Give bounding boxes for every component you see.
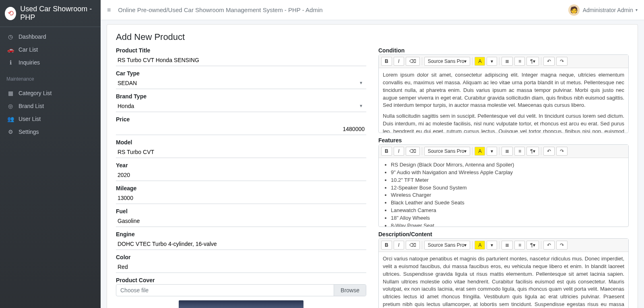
left-column: Product Title Car Type Brand Type	[116, 47, 366, 308]
condition-textarea[interactable]: Lorem ipsum dolor sit amet, consectetur …	[379, 68, 628, 133]
engine-input[interactable]	[116, 238, 366, 250]
highlight-button[interactable]: A	[475, 241, 485, 250]
redo-button[interactable]: ↷	[556, 241, 568, 250]
sidebar-item-car-list[interactable]: 🚗Car List	[0, 43, 101, 56]
font-family-select[interactable]: Source Sans Pro▾	[424, 147, 471, 156]
file-placeholder: Choose file	[116, 285, 334, 296]
clear-format-button[interactable]: ⌫	[406, 147, 420, 156]
sidebar-item-label: Dashboard	[19, 33, 46, 40]
cover-preview	[116, 300, 366, 308]
engine-label: Engine	[116, 231, 366, 237]
model-input[interactable]	[116, 146, 366, 158]
bold-button[interactable]: B	[381, 57, 392, 66]
ul-button[interactable]: ≣	[502, 241, 513, 250]
sidebar-item-label: Inquiries	[19, 59, 40, 66]
highlight-picker-button[interactable]: ▾	[487, 241, 497, 250]
user-name: Administrator Admin	[583, 7, 633, 13]
sidebar-header-maintenance: Maintenance	[0, 72, 101, 83]
sidebar-item-category-list[interactable]: ▦Category List	[0, 87, 101, 100]
font-family-select[interactable]: Source Sans Pro▾	[424, 241, 471, 250]
model-label: Model	[116, 139, 366, 146]
paragraph-button[interactable]: ¶▾	[526, 57, 539, 66]
brand-type-label: Brand Type	[116, 93, 366, 100]
italic-button[interactable]: I	[394, 241, 404, 250]
feature-item: 12-Speaker Bose Sound System	[391, 184, 624, 192]
list-icon: ▦	[6, 90, 14, 96]
sidebar-nav-maintenance: ▦Category List ◎Brand List 👥User List ⚙S…	[0, 83, 101, 142]
feature-item: Wireless Charger	[391, 191, 624, 199]
sidebar-item-inquiries[interactable]: ℹInquiries	[0, 56, 101, 69]
mileage-label: Mileage	[116, 185, 366, 191]
product-card: Add New Product Product Title Car Type	[107, 24, 638, 308]
car-type-select[interactable]	[116, 77, 366, 89]
page-title: Add New Product	[116, 32, 629, 42]
feature-item: 18" Alloy Wheels	[391, 214, 624, 222]
product-cover-file[interactable]: Choose file Browse	[116, 284, 366, 296]
bold-button[interactable]: B	[381, 241, 392, 250]
feature-item: 10.2" TFT Meter	[391, 177, 624, 184]
highlight-button[interactable]: A	[475, 147, 485, 156]
highlight-picker-button[interactable]: ▾	[487, 57, 497, 66]
highlight-picker-button[interactable]: ▾	[487, 147, 497, 156]
italic-button[interactable]: I	[394, 57, 404, 66]
editor-toolbar: B I ⌫ Source Sans Pro▾ A ▾ ≣	[379, 55, 628, 68]
info-icon: ℹ	[6, 59, 14, 66]
right-column: Condition B I ⌫ Source Sans Pro▾ A	[378, 47, 629, 308]
highlight-button[interactable]: A	[475, 57, 485, 66]
brand-text: Used Car Showroom - PHP	[20, 5, 96, 22]
feature-item: Black Leather and Suede Seats	[391, 199, 624, 207]
paragraph-button[interactable]: ¶▾	[526, 241, 539, 250]
ol-button[interactable]: ≡	[514, 147, 525, 156]
redo-button[interactable]: ↷	[556, 147, 568, 156]
bold-button[interactable]: B	[381, 147, 392, 156]
description-editor: B I ⌫ Source Sans Pro▾ A ▾ ≣	[378, 238, 629, 308]
dashboard-icon: ◷	[6, 33, 14, 40]
product-title-input[interactable]	[116, 54, 366, 66]
clear-format-button[interactable]: ⌫	[406, 241, 420, 250]
users-icon: 👥	[6, 116, 14, 122]
sidebar-item-label: Category List	[19, 90, 52, 96]
topbar-title: Online Pre-owned/Used Car Showroom Manag…	[118, 6, 322, 13]
menu-toggle-icon[interactable]: ≡	[107, 6, 111, 14]
price-input[interactable]	[116, 123, 366, 135]
sidebar-item-user-list[interactable]: 👥User List	[0, 112, 101, 125]
redo-button[interactable]: ↷	[556, 57, 568, 66]
topbar: ≡ Online Pre-owned/Used Car Showroom Man…	[101, 0, 644, 20]
sidebar-item-brand-list[interactable]: ◎Brand List	[0, 100, 101, 112]
description-label: Description/Content	[378, 231, 629, 237]
chevron-down-icon: ▾	[464, 242, 466, 248]
sidebar-nav: ◷Dashboard 🚗Car List ℹInquiries	[0, 27, 101, 72]
ol-button[interactable]: ≡	[514, 241, 525, 250]
feature-item: 9" Audio with Navigation and Wireless Ap…	[391, 169, 624, 177]
undo-button[interactable]: ↶	[543, 147, 555, 156]
condition-label: Condition	[378, 47, 629, 54]
brand-type-select[interactable]	[116, 100, 366, 112]
ul-button[interactable]: ≣	[502, 57, 513, 66]
undo-button[interactable]: ↶	[543, 57, 555, 66]
italic-button[interactable]: I	[394, 147, 404, 156]
clear-format-button[interactable]: ⌫	[406, 57, 420, 66]
chevron-down-icon: ▾	[464, 148, 466, 154]
ol-button[interactable]: ≡	[514, 57, 525, 66]
sidebar-item-dashboard[interactable]: ◷Dashboard	[0, 30, 101, 43]
condition-editor: B I ⌫ Source Sans Pro▾ A ▾ ≣	[378, 54, 629, 133]
fuel-input[interactable]	[116, 215, 366, 227]
user-menu[interactable]: 🧑 Administrator Admin ▾	[568, 4, 638, 16]
features-textarea[interactable]: RS Design (Black Door Mirrors, Antenna a…	[379, 158, 628, 227]
undo-button[interactable]: ↶	[543, 241, 555, 250]
brand[interactable]: ⟲ Used Car Showroom - PHP	[0, 0, 101, 27]
year-input[interactable]	[116, 169, 366, 181]
color-input[interactable]	[116, 261, 366, 273]
ul-button[interactable]: ≣	[502, 147, 513, 156]
sidebar: ⟲ Used Car Showroom - PHP ◷Dashboard 🚗Ca…	[0, 0, 101, 308]
feature-item: RS Design (Black Door Mirrors, Antenna a…	[391, 161, 624, 169]
browse-button[interactable]: Browse	[334, 285, 366, 296]
mileage-input[interactable]	[116, 192, 366, 204]
paragraph-button[interactable]: ¶▾	[526, 147, 539, 156]
sidebar-item-label: Car List	[19, 46, 38, 53]
sidebar-item-settings[interactable]: ⚙Settings	[0, 125, 101, 138]
description-textarea[interactable]: Orci varius natoque penatibus et magnis …	[379, 252, 628, 308]
font-family-select[interactable]: Source Sans Pro▾	[424, 57, 471, 66]
brand-logo-icon: ⟲	[5, 7, 16, 20]
price-label: Price	[116, 116, 366, 123]
